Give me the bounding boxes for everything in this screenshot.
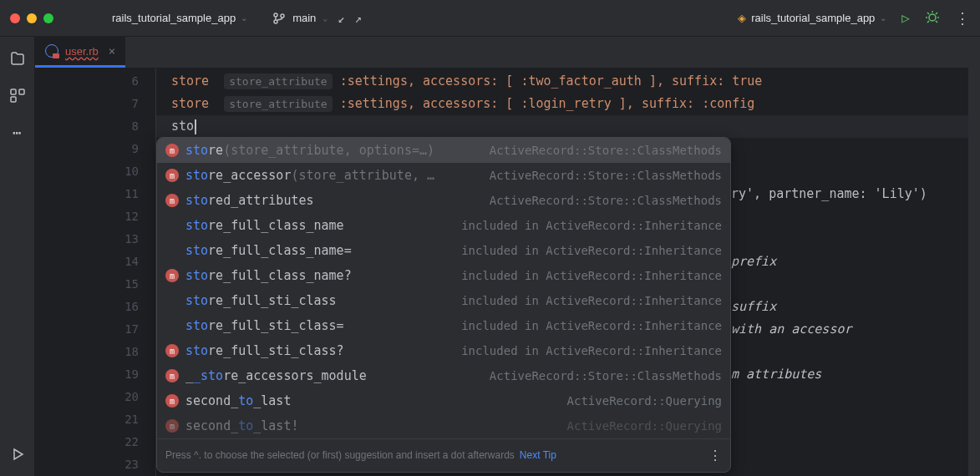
line-number: 9: [35, 138, 139, 160]
method-icon: m: [165, 419, 179, 433]
method-icon: m: [165, 344, 179, 357]
line-number: 13: [35, 228, 139, 251]
autocomplete-item[interactable]: store_full_sti_classincluded in ActiveRe…: [157, 288, 730, 313]
autocomplete-item[interactable]: mstore(store_attribute, options=…)Active…: [157, 138, 730, 163]
run-tool-icon[interactable]: [9, 446, 26, 466]
completion-type: included in ActiveRecord::Inheritance: [461, 240, 722, 262]
autocomplete-item[interactable]: m__store_accessors_moduleActiveRecord::S…: [157, 363, 730, 388]
line-number: 10: [35, 160, 139, 183]
more-tools-icon[interactable]: ⋯: [13, 124, 22, 141]
completion-name: store_full_sti_class=: [185, 315, 344, 337]
autocomplete-item[interactable]: store_full_class_name=included in Active…: [157, 238, 730, 263]
method-icon: m: [165, 194, 179, 207]
editor-tab[interactable]: user.rb ×: [35, 37, 125, 68]
code-area[interactable]: store store_attribute :settings, accesso…: [156, 68, 968, 476]
footer-hint: Press ^. to choose the selected (or firs…: [165, 444, 515, 467]
completion-type: included in ActiveRecord::Inheritance: [461, 265, 722, 287]
minimize-window-button[interactable]: [27, 13, 37, 23]
autocomplete-item[interactable]: msecond_to_last!ActiveRecord::Querying: [157, 413, 730, 438]
ruby-file-icon: [45, 44, 58, 58]
autocomplete-item[interactable]: mstore_accessor(store_attribute, …Active…: [157, 163, 730, 188]
svg-rect-6: [11, 97, 16, 102]
completion-name: store_full_sti_class: [185, 290, 337, 312]
completion-type: ActiveRecord::Store::ClassMethods: [490, 139, 722, 162]
project-tool-icon[interactable]: [9, 50, 26, 70]
run-button[interactable]: ▷: [901, 10, 910, 26]
method-icon: m: [165, 269, 179, 282]
autocomplete-item[interactable]: mstore_full_sti_class?included in Active…: [157, 338, 730, 363]
autocomplete-item[interactable]: mstore_full_class_name?included in Activ…: [157, 263, 730, 288]
completion-name: second_to_last!: [185, 415, 298, 438]
editor-content[interactable]: 67891011121314151617181920212223 store s…: [35, 68, 968, 476]
vcs-section: main ⌄ ↙ ↗: [272, 12, 362, 25]
maximize-window-button[interactable]: [43, 13, 53, 23]
method-icon: m: [165, 369, 179, 382]
close-window-button[interactable]: [10, 13, 20, 23]
line-number: 18: [35, 341, 139, 363]
titlebar-right: ◈ rails_tutorial_sample_app ⌄ ▷ ⋮: [738, 9, 970, 28]
completion-type: ActiveRecord::Store::ClassMethods: [490, 165, 722, 187]
line-number: 7: [35, 93, 139, 115]
autocomplete-popup: mstore(store_attribute, options=…)Active…: [156, 137, 731, 473]
outgoing-icon[interactable]: ↗: [355, 12, 362, 25]
completion-type: ActiveRecord::Store::ClassMethods: [490, 365, 722, 387]
debug-button[interactable]: [925, 9, 940, 28]
line-number: 17: [35, 318, 139, 341]
code-line-current: sto: [156, 115, 968, 138]
run-config-selector[interactable]: ◈ rails_tutorial_sample_app ⌄: [738, 12, 886, 24]
completion-name: store: [185, 139, 223, 162]
svg-rect-4: [11, 89, 16, 94]
line-number: 11: [35, 183, 139, 205]
autocomplete-footer: Press ^. to choose the selected (or firs…: [157, 438, 730, 472]
structure-tool-icon[interactable]: [9, 87, 26, 107]
autocomplete-item[interactable]: msecond_to_lastActiveRecord::Querying: [157, 388, 730, 413]
svg-point-2: [281, 14, 284, 18]
method-icon: m: [165, 394, 179, 408]
line-number: 16: [35, 296, 139, 318]
branch-selector[interactable]: main ⌄: [272, 12, 328, 25]
more-menu-button[interactable]: ⋮: [955, 9, 970, 27]
autocomplete-item[interactable]: store_full_class_nameincluded in ActiveR…: [157, 213, 730, 238]
completion-type: ActiveRecord::Store::ClassMethods: [490, 190, 722, 212]
project-name-label: rails_tutorial_sample_app: [112, 12, 236, 24]
svg-point-3: [929, 14, 936, 21]
code-line: store store_attribute :settings, accesso…: [156, 70, 968, 93]
svg-point-1: [274, 20, 277, 23]
editor-area: user.rb × 678910111213141516171819202122…: [35, 37, 968, 476]
method-icon: [165, 319, 179, 332]
next-tip-link[interactable]: Next Tip: [520, 444, 556, 467]
right-toolbar: [968, 37, 980, 476]
chevron-down-icon: ⌄: [322, 13, 328, 23]
method-icon: m: [165, 144, 179, 157]
project-selector[interactable]: rails_tutorial_sample_app ⌄: [112, 12, 247, 24]
completion-name: store_full_class_name?: [185, 265, 352, 287]
completion-type: included in ActiveRecord::Inheritance: [461, 340, 722, 362]
incoming-icon[interactable]: ↙: [338, 12, 344, 25]
line-number: 8: [35, 115, 139, 138]
code-line: store store_attribute :settings, accesso…: [156, 93, 968, 115]
titlebar: rails_tutorial_sample_app ⌄ main ⌄ ↙ ↗ ◈…: [0, 0, 980, 37]
close-tab-button[interactable]: ×: [109, 44, 115, 58]
autocomplete-item[interactable]: store_full_sti_class=included in ActiveR…: [157, 313, 730, 338]
window-controls: [10, 13, 53, 23]
branch-icon: [272, 12, 286, 25]
method-icon: m: [165, 169, 179, 182]
line-number: 22: [35, 431, 139, 453]
line-number: 21: [35, 408, 139, 431]
tab-filename: user.rb: [65, 45, 99, 58]
completion-name: store_full_sti_class?: [185, 340, 344, 362]
completion-type: included in ActiveRecord::Inheritance: [461, 215, 722, 237]
completion-name: store_full_class_name=: [185, 240, 352, 262]
line-number: 12: [35, 205, 139, 228]
completion-type: ActiveRecord::Querying: [567, 415, 722, 438]
more-icon[interactable]: ⋮: [708, 444, 722, 467]
run-config-label: rails_tutorial_sample_app: [751, 12, 875, 24]
autocomplete-item[interactable]: mstored_attributesActiveRecord::Store::C…: [157, 188, 730, 213]
line-gutter: 67891011121314151617181920212223: [35, 68, 156, 476]
method-icon: [165, 244, 179, 257]
line-number: 19: [35, 363, 139, 386]
completion-name: store_accessor: [185, 165, 291, 187]
svg-marker-7: [14, 449, 23, 459]
method-icon: [165, 219, 179, 232]
completion-name: stored_attributes: [185, 190, 314, 212]
